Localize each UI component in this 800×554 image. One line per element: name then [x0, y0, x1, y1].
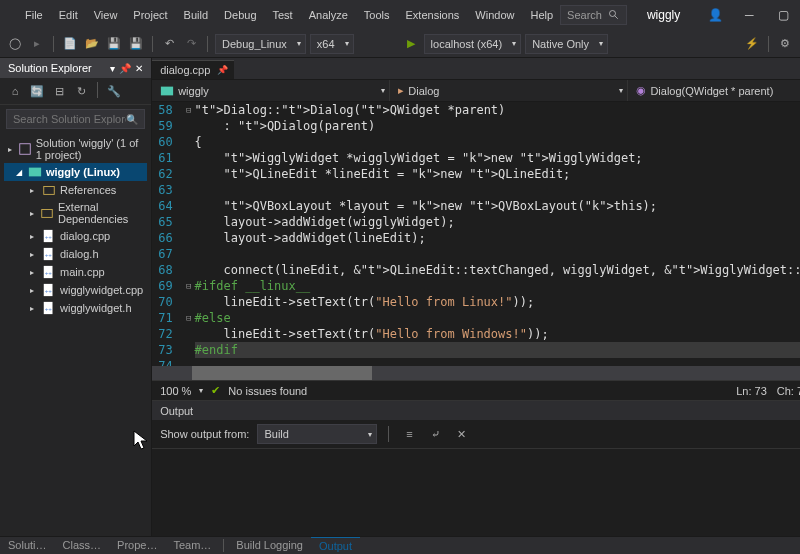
nav-project[interactable]: wiggly [152, 80, 390, 101]
menu-view[interactable]: View [87, 5, 125, 25]
back-button[interactable]: ◯ [6, 35, 24, 53]
title-bar: FileEditViewProjectBuildDebugTestAnalyze… [0, 0, 800, 30]
issues-text: No issues found [228, 385, 307, 397]
refresh-icon[interactable]: ↻ [72, 82, 90, 100]
start-button[interactable]: ▶ [402, 35, 420, 53]
output-body[interactable] [152, 449, 800, 536]
document-tabs: dialog.cpp📌 [152, 58, 800, 80]
bottom-tab[interactable]: Build Logging [228, 537, 311, 554]
word-wrap-icon[interactable]: ⤶ [426, 425, 444, 443]
maximize-button[interactable]: ▢ [768, 3, 798, 27]
collapse-icon[interactable]: ⊟ [50, 82, 68, 100]
bottom-tab[interactable]: Prope… [109, 537, 165, 554]
config-dropdown[interactable]: Debug_Linux [215, 34, 306, 54]
menu-test[interactable]: Test [266, 5, 300, 25]
menu-help[interactable]: Help [523, 5, 560, 25]
menu-edit[interactable]: Edit [52, 5, 85, 25]
tree-item[interactable]: ▸++dialog.cpp [4, 227, 147, 245]
bottom-tab[interactable]: Team… [165, 537, 219, 554]
svg-text:++: ++ [45, 305, 53, 312]
menu-analyze[interactable]: Analyze [302, 5, 355, 25]
search-placeholder: Search [567, 9, 602, 21]
menu-project[interactable]: Project [126, 5, 174, 25]
user-icon[interactable]: 👤 [700, 3, 730, 27]
minimize-button[interactable]: ─ [734, 3, 764, 27]
zoom-level[interactable]: 100 % [160, 385, 191, 397]
pin-icon[interactable]: 📌 [119, 63, 131, 74]
svg-point-0 [609, 11, 615, 17]
tree-item[interactable]: ▸++wigglywidget.h [4, 299, 147, 317]
svg-rect-3 [29, 168, 41, 177]
svg-text:++: ++ [45, 287, 53, 294]
menu-window[interactable]: Window [468, 5, 521, 25]
bottom-tab[interactable]: Output [311, 537, 360, 554]
solution-explorer-panel: Solution Explorer ▾ 📌 ✕ ⌂ 🔄 ⊟ ↻ 🔧 🔍 ▸Sol… [0, 58, 152, 536]
menu-file[interactable]: File [18, 5, 50, 25]
open-button[interactable]: 📂 [83, 35, 101, 53]
redo-button[interactable]: ↷ [182, 35, 200, 53]
output-title: Output [160, 405, 193, 417]
nav-class[interactable]: ▸Dialog [390, 80, 628, 101]
dropdown-icon[interactable]: ▾ [110, 63, 115, 74]
nav-method[interactable]: ◉Dialog(QWidget * parent) [628, 80, 800, 101]
code-editor[interactable]: 58596061626364656667686970717273747576 ⊟… [152, 102, 800, 366]
new-button[interactable]: 📄 [61, 35, 79, 53]
svg-rect-5 [42, 210, 53, 218]
pin-icon[interactable]: 📌 [217, 65, 228, 75]
platform-dropdown[interactable]: x64 [310, 34, 354, 54]
editor-status-bar: 100 % ▾ ✔ No issues found Ln: 73 Ch: 7 S… [152, 380, 800, 400]
menu-build[interactable]: Build [177, 5, 215, 25]
menu-bar: FileEditViewProjectBuildDebugTestAnalyze… [18, 5, 560, 25]
live-share-icon[interactable]: ⚡ [743, 35, 761, 53]
solution-tree: ▸Solution 'wiggly' (1 of 1 project) ◢wig… [0, 133, 151, 319]
clear-icon[interactable]: ✕ [452, 425, 470, 443]
code-text[interactable]: "t">Dialog::"t">Dialog("t">QWidget *pare… [195, 102, 800, 366]
explorer-search[interactable]: 🔍 [6, 109, 145, 129]
project-node[interactable]: ◢wiggly (Linux) [4, 163, 147, 181]
app-name: wiggly [647, 8, 680, 22]
menu-extensions[interactable]: Extensions [399, 5, 467, 25]
svg-rect-4 [44, 187, 55, 195]
bottom-tab[interactable]: Soluti… [0, 537, 55, 554]
output-source-dropdown[interactable]: Build [257, 424, 377, 444]
menu-debug[interactable]: Debug [217, 5, 263, 25]
line-gutter: 58596061626364656667686970717273747576 [152, 102, 182, 366]
tree-item[interactable]: ▸++wigglywidget.cpp [4, 281, 147, 299]
target-dropdown[interactable]: localhost (x64) [424, 34, 522, 54]
menu-tools[interactable]: Tools [357, 5, 397, 25]
tree-item[interactable]: ▸++main.cpp [4, 263, 147, 281]
search-icon: 🔍 [126, 114, 138, 125]
main-toolbar: ◯ ▸ 📄 📂 💾 💾 ↶ ↷ Debug_Linux x64 ▶ localh… [0, 30, 800, 58]
search-icon [608, 9, 620, 21]
properties-icon[interactable]: 🔧 [105, 82, 123, 100]
tree-item[interactable]: ▸++dialog.h [4, 245, 147, 263]
home-icon[interactable]: ⌂ [6, 82, 24, 100]
filter-icon[interactable]: ≡ [400, 425, 418, 443]
sync-icon[interactable]: 🔄 [28, 82, 46, 100]
save-all-button[interactable]: 💾 [127, 35, 145, 53]
horizontal-scrollbar[interactable] [152, 366, 800, 380]
fold-column[interactable]: ⊟ ⊟ ⊟ [183, 102, 195, 366]
output-from-label: Show output from: [160, 428, 249, 440]
panel-close-icon[interactable]: ✕ [135, 63, 143, 74]
svg-text:++: ++ [45, 251, 53, 258]
navigation-bar: wiggly ▸Dialog ◉Dialog(QWidget * parent) [152, 80, 800, 102]
ok-icon: ✔ [211, 384, 220, 397]
tree-item[interactable]: ▸References [4, 181, 147, 199]
bottom-tab[interactable]: Class… [55, 537, 110, 554]
svg-text:++: ++ [45, 233, 53, 240]
undo-button[interactable]: ↶ [160, 35, 178, 53]
char-indicator[interactable]: Ch: 7 [777, 385, 800, 397]
svg-text:++: ++ [45, 269, 53, 276]
solution-explorer-title: Solution Explorer ▾ 📌 ✕ [0, 58, 151, 78]
debugger-dropdown[interactable]: Native Only [525, 34, 608, 54]
solution-node[interactable]: ▸Solution 'wiggly' (1 of 1 project) [4, 135, 147, 163]
settings-icon[interactable]: ⚙ [776, 35, 794, 53]
tab-dialog-cpp[interactable]: dialog.cpp📌 [152, 60, 234, 79]
search-box[interactable]: Search [560, 5, 627, 25]
line-indicator[interactable]: Ln: 73 [736, 385, 767, 397]
save-button[interactable]: 💾 [105, 35, 123, 53]
tree-item[interactable]: ▸External Dependencies [4, 199, 147, 227]
forward-button[interactable]: ▸ [28, 35, 46, 53]
explorer-search-input[interactable] [13, 113, 126, 125]
